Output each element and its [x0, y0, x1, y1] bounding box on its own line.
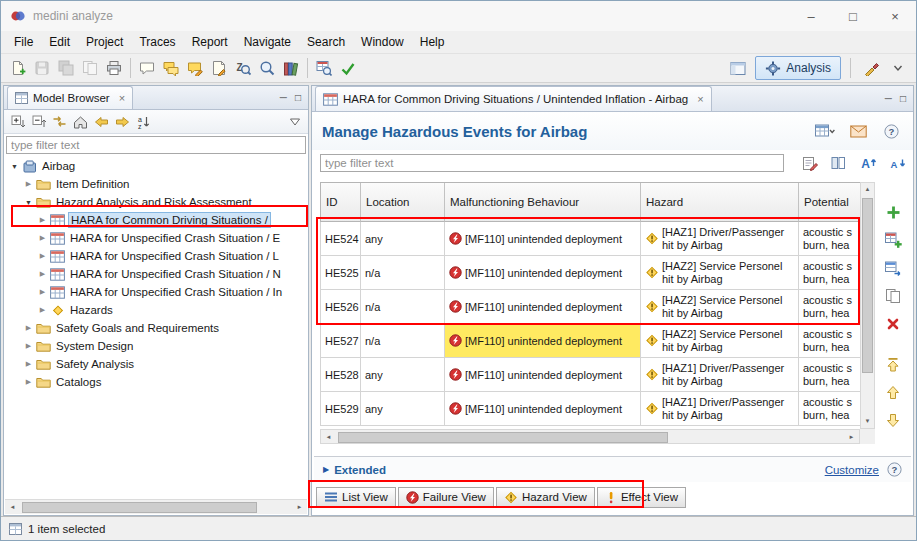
table-row[interactable]: HE524any[MF110] unintended deployment[HA…	[321, 222, 860, 256]
menu-help[interactable]: Help	[412, 33, 453, 51]
expand-icon[interactable]: ▶	[36, 216, 49, 224]
column-header-id[interactable]: ID	[321, 183, 361, 222]
tab-list-view[interactable]: List View	[316, 487, 396, 508]
move-down-button[interactable]	[880, 408, 906, 432]
copy-button[interactable]	[78, 56, 102, 80]
customize-toolbar-button[interactable]	[860, 56, 884, 80]
expand-icon[interactable]: ▶	[36, 288, 49, 296]
collapse-icon[interactable]: ▼	[8, 163, 21, 170]
home-button[interactable]	[71, 112, 90, 131]
comments-button[interactable]	[159, 56, 183, 80]
expand-icon[interactable]: ▶	[36, 234, 49, 242]
move-top-button[interactable]	[880, 352, 906, 376]
tree-item[interactable]: ▶HARA for Unspecified Crash Situation / …	[4, 229, 308, 247]
scrollbar-thumb[interactable]	[862, 198, 873, 373]
scroll-right-icon[interactable]: ►	[292, 504, 307, 510]
menu-project[interactable]: Project	[78, 33, 131, 51]
tab-failure-view[interactable]: Failure View	[398, 487, 494, 508]
expand-icon[interactable]: ▶	[22, 342, 35, 350]
column-header-potential[interactable]: Potential	[799, 183, 861, 222]
expand-icon[interactable]: ▶	[36, 306, 49, 314]
tree-item[interactable]: ▶HARA for Unspecified Crash Situation / …	[4, 283, 308, 301]
add-button[interactable]	[880, 200, 906, 224]
library-button[interactable]	[279, 56, 303, 80]
zoom-tool-button[interactable]	[255, 56, 279, 80]
menu-navigate[interactable]: Navigate	[236, 33, 299, 51]
tree-item[interactable]: ▶Hazards	[4, 301, 308, 319]
tree-item[interactable]: ▶Item Definition	[4, 175, 308, 193]
table-vertical-scrollbar[interactable]: ▲ ▼	[860, 182, 875, 429]
tree-item[interactable]: ▼Hazard Analysis and Risk Assessment	[4, 193, 308, 211]
view-selector-button[interactable]	[813, 119, 837, 143]
scrollbar-track[interactable]	[20, 500, 292, 514]
menu-search[interactable]: Search	[299, 33, 353, 51]
save-all-button[interactable]	[54, 56, 78, 80]
tab-model-browser[interactable]: Model Browser ×	[7, 86, 133, 109]
scrollbar-thumb[interactable]	[338, 432, 668, 443]
table-horizontal-scrollbar[interactable]: ◄ ►	[320, 429, 860, 444]
trace-button[interactable]: Z	[231, 56, 255, 80]
scrollbar-thumb[interactable]	[22, 502, 257, 513]
tab-hara-editor[interactable]: HARA for Common Driving Situations / Uni…	[315, 86, 712, 111]
add-multiple-button[interactable]	[880, 228, 906, 252]
expand-icon[interactable]: ▶	[22, 378, 35, 386]
scroll-left-icon[interactable]: ◄	[321, 434, 336, 440]
expand-icon[interactable]: ▶	[36, 252, 49, 260]
collapse-icon[interactable]: ▼	[22, 199, 35, 206]
minimize-editor-icon[interactable]: ─	[885, 93, 892, 104]
edit-filter-button[interactable]	[798, 151, 822, 175]
maximize-editor-icon[interactable]: □	[900, 93, 906, 104]
expand-icon[interactable]: ▶	[36, 270, 49, 278]
expand-all-button[interactable]	[8, 112, 27, 131]
close-window-icon[interactable]: ×	[874, 1, 916, 31]
assign-button[interactable]	[880, 256, 906, 280]
menu-file[interactable]: File	[6, 33, 41, 51]
table-row[interactable]: HE529any[MF110] unintended deployment[HA…	[321, 392, 860, 426]
tree-filter-input[interactable]	[7, 139, 305, 151]
print-button[interactable]	[102, 56, 126, 80]
expand-icon[interactable]: ▶	[22, 324, 35, 332]
menu-traces[interactable]: Traces	[131, 33, 183, 51]
tree-item[interactable]: ▶HARA for Unspecified Crash Situation / …	[4, 265, 308, 283]
tree-item[interactable]: ▶HARA for Unspecified Crash Situation / …	[4, 247, 308, 265]
move-up-button[interactable]	[880, 380, 906, 404]
menu-report[interactable]: Report	[184, 33, 236, 51]
close-editor-icon[interactable]: ×	[697, 93, 703, 105]
sort-button[interactable]: az	[134, 112, 153, 131]
table-row[interactable]: HE527n/a[MF110] unintended deployment[HA…	[321, 324, 860, 358]
minimize-view-icon[interactable]: ─	[280, 92, 287, 103]
tree-item[interactable]: ▶System Design	[4, 337, 308, 355]
font-increase-button[interactable]: A	[856, 151, 880, 175]
table-filter-input[interactable]	[321, 157, 783, 169]
font-decrease-button[interactable]: A	[885, 151, 909, 175]
delete-button[interactable]	[880, 312, 906, 336]
maximize-window-icon[interactable]: □	[832, 1, 874, 31]
duplicate-button[interactable]	[880, 284, 906, 308]
configure-columns-button[interactable]	[827, 151, 851, 175]
menu-window[interactable]: Window	[353, 33, 412, 51]
column-header-hazard[interactable]: Hazard	[641, 183, 799, 222]
analysis-perspective-button[interactable]: Analysis	[755, 56, 841, 80]
minimize-window-icon[interactable]: –	[790, 1, 832, 31]
scroll-right-icon[interactable]: ►	[844, 434, 859, 440]
scrollbar-track[interactable]	[336, 430, 844, 443]
tree-item[interactable]: ▶Catalogs	[4, 373, 308, 391]
menu-edit[interactable]: Edit	[41, 33, 78, 51]
view-menu-button[interactable]	[286, 113, 304, 131]
tree-horizontal-scrollbar[interactable]: ◄ ►	[5, 499, 307, 514]
report-button[interactable]	[846, 119, 870, 143]
tree-item[interactable]: ▶Safety Analysis	[4, 355, 308, 373]
expand-extended-icon[interactable]: ▶	[323, 465, 329, 474]
validate-button[interactable]	[336, 56, 360, 80]
expand-icon[interactable]: ▶	[22, 180, 35, 188]
column-header-malfunctioning-behaviour[interactable]: Malfunctioning Behaviour	[445, 183, 641, 222]
link-with-editor-button[interactable]	[50, 112, 69, 131]
collapse-all-button[interactable]	[29, 112, 48, 131]
review-button[interactable]	[183, 56, 207, 80]
save-button[interactable]	[30, 56, 54, 80]
scroll-up-icon[interactable]: ▲	[860, 183, 875, 196]
tree-item[interactable]: ▶HARA for Common Driving Situations /	[4, 211, 308, 229]
tab-hazard-view[interactable]: Hazard View	[496, 487, 595, 508]
tab-effect-view[interactable]: Effect View	[597, 487, 686, 508]
toolbar-overflow-button[interactable]	[889, 59, 907, 77]
